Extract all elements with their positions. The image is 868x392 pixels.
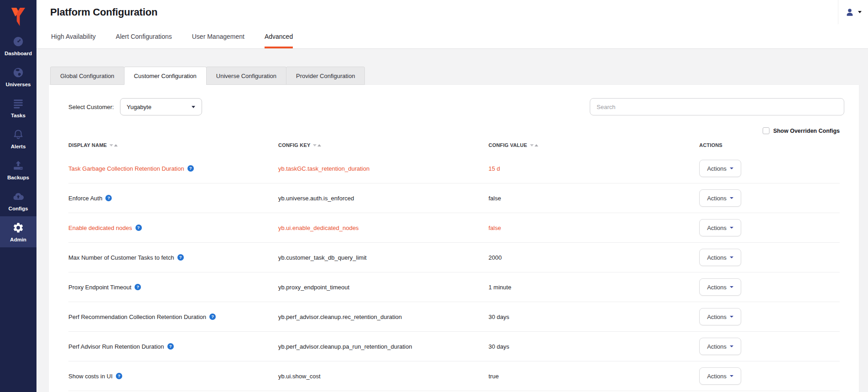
sort-icon[interactable] [530, 144, 538, 146]
table-row: Proxy Endpoint Timeout yb.proxy_endpoint… [68, 272, 840, 302]
subtab-label: Universe Configuration [216, 73, 276, 79]
row-actions-button[interactable]: Actions [699, 249, 741, 266]
show-overridden-checkbox[interactable] [763, 127, 769, 134]
row-actions-button[interactable]: Actions [699, 278, 741, 296]
config-key: yb.proxy_endpoint_timeout [278, 284, 349, 291]
subtab-label: Provider Configuration [296, 73, 355, 79]
sort-icon[interactable] [313, 144, 321, 146]
yugabyte-logo[interactable] [10, 4, 27, 30]
sidebar-item-label: Dashboard [5, 51, 32, 56]
sidebar-item-tasks[interactable]: Tasks [0, 92, 36, 123]
column-label: ACTIONS [699, 142, 722, 148]
subtab-customer-configuration[interactable]: Customer Configuration [124, 67, 207, 85]
help-icon[interactable] [177, 254, 184, 261]
dashboard-gauge-icon [12, 36, 24, 47]
table-row: Perf Recommendation Collection Retention… [68, 302, 840, 332]
help-icon[interactable] [116, 373, 122, 379]
help-icon[interactable] [167, 343, 174, 350]
table-row: Show costs in UI yb.ui.show_cost true Ac… [68, 361, 840, 391]
subtab-universe-configuration[interactable]: Universe Configuration [206, 67, 286, 85]
config-display-name: Enable dedicated nodes [68, 225, 132, 231]
tab-label: Advanced [265, 33, 293, 40]
sidebar-item-backups[interactable]: Backups [0, 154, 36, 185]
sidebar-item-alerts[interactable]: Alerts [0, 123, 36, 154]
actions-button-label: Actions [707, 343, 727, 350]
column-label: CONFIG KEY [278, 142, 310, 148]
sidebar-item-universes[interactable]: Universes [0, 61, 36, 92]
table-row: Enable dedicated nodes yb.ui.enable_dedi… [68, 213, 840, 243]
configuration-scope-tabs: Global Configuration Customer Configurat… [50, 67, 859, 85]
config-key: yb.universe.auth.is_enforced [278, 195, 354, 202]
sort-asc-icon [114, 144, 118, 146]
table-row: Enforce Auth yb.universe.auth.is_enforce… [68, 183, 840, 213]
table-row: Perf Advisor Run Retention Duration yb.p… [68, 332, 840, 361]
subtab-global-configuration[interactable]: Global Configuration [50, 67, 125, 85]
show-overridden-label[interactable]: Show Overriden Configs [773, 128, 840, 134]
row-actions-button[interactable]: Actions [699, 219, 741, 236]
column-label: DISPLAY NAME [68, 142, 107, 148]
actions-button-label: Actions [707, 373, 727, 380]
customer-configuration-panel: Select Customer: Yugabyte Show Overriden… [49, 85, 859, 392]
config-display-name: Task Garbage Collection Retention Durati… [68, 165, 184, 172]
tab-label: User Management [192, 33, 244, 40]
caret-down-icon [858, 11, 862, 13]
sidebar-item-label: Configs [9, 206, 28, 211]
sort-icon[interactable] [109, 144, 118, 146]
column-display-name[interactable]: DISPLAY NAME [68, 142, 278, 148]
config-display-name: Enforce Auth [68, 195, 102, 202]
table-row: Task Garbage Collection Retention Durati… [68, 154, 840, 183]
runtime-config-table: DISPLAY NAME CONFIG KEY CONFIG VALUE ACT… [68, 140, 840, 391]
tab-alert-configurations[interactable]: Alert Configurations [116, 24, 172, 48]
select-customer-label: Select Customer: [68, 104, 114, 110]
row-actions-button[interactable]: Actions [699, 189, 741, 207]
customer-select-value: Yugabyte [127, 104, 151, 110]
sidebar-item-admin[interactable]: Admin [0, 216, 36, 247]
config-value: false [489, 195, 501, 202]
sidebar: Dashboard Universes Tasks Alerts [0, 0, 36, 392]
help-icon[interactable] [135, 284, 141, 290]
sidebar-item-label: Universes [6, 82, 31, 87]
tab-high-availability[interactable]: High Availability [51, 24, 96, 48]
sidebar-item-label: Tasks [11, 113, 26, 118]
sidebar-item-configs[interactable]: Configs [0, 185, 36, 216]
backups-upload-icon [12, 160, 24, 172]
help-icon[interactable] [135, 225, 142, 231]
caret-down-icon [730, 227, 733, 229]
top-header: Platform Configuration [36, 0, 868, 24]
tab-label: High Availability [51, 33, 96, 40]
table-body: Task Garbage Collection Retention Durati… [68, 154, 840, 391]
row-actions-button[interactable]: Actions [699, 308, 741, 325]
sidebar-item-label: Backups [7, 175, 29, 180]
sort-asc-icon [317, 144, 321, 146]
tab-advanced[interactable]: Advanced [265, 24, 293, 48]
universes-globe-icon [12, 67, 24, 78]
customer-select[interactable]: Yugabyte [120, 98, 202, 115]
column-config-key[interactable]: CONFIG KEY [278, 142, 489, 148]
config-key: yb.ui.enable_dedicated_nodes [278, 225, 359, 231]
sort-asc-icon [535, 144, 538, 146]
subtab-provider-configuration[interactable]: Provider Configuration [286, 67, 365, 85]
help-icon[interactable] [105, 195, 112, 201]
admin-gear-icon [12, 222, 24, 234]
sidebar-item-dashboard[interactable]: Dashboard [0, 30, 36, 61]
config-display-name: Perf Recommendation Collection Retention… [68, 314, 206, 320]
actions-button-label: Actions [707, 195, 727, 202]
row-actions-button[interactable]: Actions [699, 160, 741, 177]
row-actions-button[interactable]: Actions [699, 338, 741, 355]
tab-label: Alert Configurations [116, 33, 172, 40]
actions-button-label: Actions [707, 284, 727, 291]
user-menu-button[interactable] [838, 0, 868, 24]
search-input[interactable] [590, 98, 844, 115]
tab-user-management[interactable]: User Management [192, 24, 244, 48]
row-actions-button[interactable]: Actions [699, 367, 741, 385]
caret-down-icon [730, 345, 733, 347]
help-icon[interactable] [187, 165, 194, 172]
sort-desc-icon [109, 144, 113, 146]
configs-cloud-icon [12, 191, 24, 203]
table-row: Max Number of Customer Tasks to fetch yb… [68, 243, 840, 272]
actions-button-label: Actions [707, 314, 727, 320]
caret-down-icon [730, 286, 733, 288]
column-config-value[interactable]: CONFIG VALUE [489, 142, 699, 148]
help-icon[interactable] [209, 314, 216, 320]
user-icon [845, 7, 855, 17]
